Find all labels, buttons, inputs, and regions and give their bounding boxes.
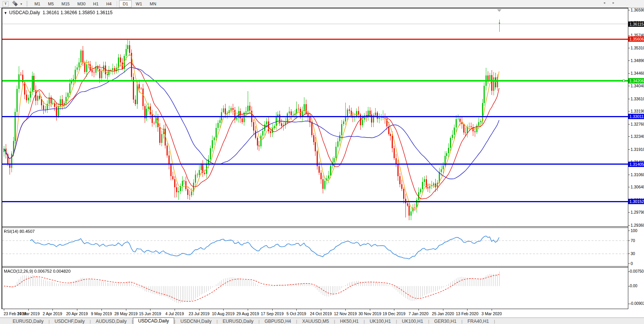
timeframe-button-m5[interactable]: M5 <box>44 0 57 7</box>
rsi-axis-tick <box>628 241 630 241</box>
symbols-cycle-icon[interactable] <box>12 1 18 7</box>
chart-shift-marker-icon[interactable] <box>497 9 502 12</box>
rsi-indicator-label: RSI(14) 80.4507 <box>4 229 35 234</box>
tab-scroll-right-icon[interactable]: ▸ <box>613 1 615 5</box>
date-tick <box>4 309 4 311</box>
hline-handle[interactable] <box>623 80 625 82</box>
chart-tab-bar: EURUSD,Daily|USDCHF,Daily|AUDUSD,Daily|U… <box>0 317 644 324</box>
hline-level-blue[interactable] <box>2 201 628 202</box>
price-axis-tick <box>628 149 630 150</box>
chart-tab-uk100-h1[interactable]: UK100,H1 <box>397 318 428 324</box>
price-axis-label: 1.34460 <box>631 71 644 75</box>
hline-level-blue[interactable] <box>2 116 628 117</box>
macd-indicator-label: MACD(12,26,9) 0.006752 0.004820 <box>4 269 70 273</box>
date-label: 3 Mar 2020 <box>477 311 506 316</box>
date-tick <box>223 309 224 311</box>
date-tick <box>28 309 29 311</box>
chart-symbol-period: USDCAD,Daily <box>9 10 40 15</box>
panel-separator[interactable] <box>2 266 628 267</box>
timeframe-button-m1[interactable]: M1 <box>31 0 44 7</box>
date-tick <box>248 309 248 311</box>
price-axis-label: 1.30640 <box>631 185 644 189</box>
rsi-axis-tick <box>628 263 630 264</box>
chart-tab-gbpusd-h4[interactable]: GBPUSD,H4 <box>260 318 296 324</box>
date-tick <box>418 309 419 311</box>
hline-current-price-line[interactable] <box>2 24 628 24</box>
date-tick <box>150 309 150 311</box>
price-axis-label: 1.35310 <box>631 46 644 50</box>
date-tick <box>272 309 273 311</box>
price-axis-tick <box>628 86 630 86</box>
price-axis-tick <box>628 124 630 124</box>
chart-tab-usdcad-daily[interactable]: USDCAD,Daily <box>133 317 175 324</box>
price-box-support-line-price: 1.34206 <box>628 78 644 83</box>
price-axis-label: 1.32340 <box>631 134 644 139</box>
price-axis-label: 1.33190 <box>631 109 644 113</box>
timeframe-button-mn[interactable]: MN <box>146 0 160 7</box>
price-axis-tick <box>628 99 630 99</box>
hline-support-green[interactable] <box>2 80 628 82</box>
price-axis-label: 1.34040 <box>631 83 644 88</box>
hline-level-blue[interactable] <box>2 164 628 165</box>
price-box-level-line-price: 1.33011 <box>628 114 644 119</box>
chart-caret-icon[interactable]: ▼ <box>4 11 7 15</box>
timeframe-button-h1[interactable]: H1 <box>90 0 102 7</box>
price-axis-tick <box>628 73 630 74</box>
chart-tab-ger30-h1[interactable]: GER30,H1 <box>429 318 461 324</box>
price-axis-label: 1.33610 <box>631 97 644 101</box>
tab-scroll-left-icon[interactable]: ◂ <box>603 1 605 5</box>
price-axis-tick <box>628 10 630 10</box>
macd-panel-canvas[interactable] <box>2 268 628 309</box>
date-tick <box>492 309 492 311</box>
chart-tab-usdcnh-daily[interactable]: USDCNH,Daily <box>175 318 216 324</box>
price-axis-tick <box>628 48 630 48</box>
timeframe-button-d1[interactable]: D1 <box>119 0 131 7</box>
rsi-axis-label: 0 <box>631 261 633 266</box>
price-axis-tick <box>628 61 630 61</box>
chart-tab-eurusd-daily[interactable]: EURUSD,Daily <box>217 318 258 324</box>
dropdown-caret-icon[interactable]: ▼ <box>20 3 23 5</box>
date-tick <box>101 309 102 311</box>
date-tick <box>345 309 346 311</box>
macd-axis-label: -0.00903 <box>630 301 644 306</box>
price-axis-label: 1.29360 <box>631 223 644 227</box>
price-axis-label: 1.36590 <box>631 8 644 12</box>
rsi-axis-label: 100 <box>631 228 637 233</box>
price-axis-tick <box>628 111 630 111</box>
panel-separator[interactable] <box>2 226 628 227</box>
price-box-level-line-price: 1.31405 <box>628 162 644 167</box>
text-tool-icon[interactable]: T <box>3 1 8 7</box>
main-chart-canvas[interactable] <box>2 8 628 226</box>
toolbar-grip[interactable] <box>26 1 28 7</box>
price-axis-label: 1.34890 <box>631 58 644 63</box>
date-tick <box>199 309 199 311</box>
date-tick <box>296 309 297 311</box>
chart-tab-fra40-h1[interactable]: FRA40,H1 <box>463 318 494 324</box>
hline-resistance[interactable] <box>2 39 628 40</box>
chart-tab-audusd-daily[interactable]: AUDUSD,Daily <box>91 318 132 324</box>
chart-tab-uk100-h1[interactable]: UK100,H1 <box>365 318 396 324</box>
timeframe-button-m30[interactable]: M30 <box>74 0 89 7</box>
chart-tab-xauusd-m5[interactable]: XAUUSD,M5 <box>297 318 334 324</box>
price-box-current-price: 1.36115 <box>628 21 644 27</box>
tab-separator: | <box>494 319 495 324</box>
macd-axis-label: 0.00 <box>630 284 637 288</box>
rsi-axis-label: 30 <box>631 251 635 256</box>
price-axis-tick <box>628 35 630 36</box>
price-axis-label: 1.31910 <box>631 147 644 152</box>
chart-tab-eurusd-daily[interactable]: EURUSD,Daily <box>8 318 49 324</box>
rsi-panel-canvas[interactable] <box>2 228 628 266</box>
chart-tab-hk50-h1[interactable]: HK50,H1 <box>335 318 364 324</box>
rsi-axis-tick <box>628 254 630 254</box>
toolbar-separator <box>117 1 117 7</box>
price-axis-tick <box>628 175 630 175</box>
timeframe-button-m15[interactable]: M15 <box>58 0 73 7</box>
date-tick <box>443 309 443 311</box>
rsi-axis-label: 70 <box>631 238 635 243</box>
timeframe-button-w1[interactable]: W1 <box>132 0 146 7</box>
timeframe-button-h4[interactable]: H4 <box>103 0 115 7</box>
chart-tab-usdchf-daily[interactable]: USDCHF,Daily <box>50 318 90 324</box>
macd-axis-label: 0.007503 <box>630 269 644 273</box>
date-tick <box>52 309 53 311</box>
price-axis-label: 1.29790 <box>631 210 644 214</box>
